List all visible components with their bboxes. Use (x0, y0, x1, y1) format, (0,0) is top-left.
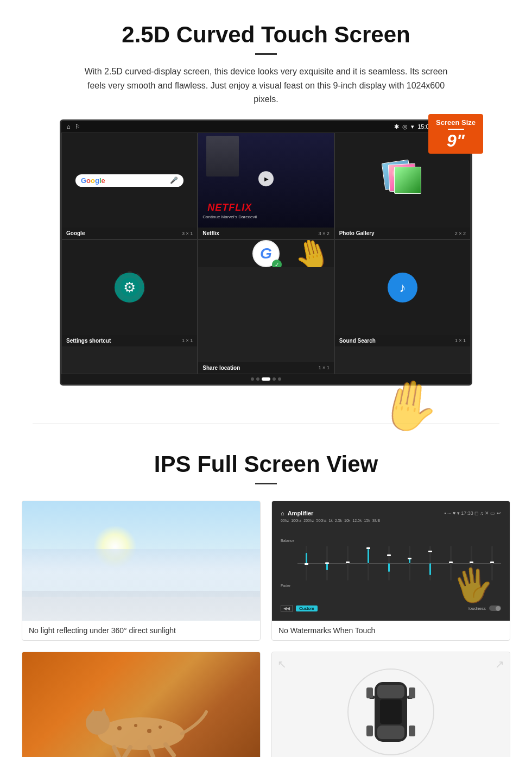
svg-line-9 (114, 747, 119, 757)
gallery-size: 2 × 2 (455, 231, 466, 236)
section1-title: 2.5D Curved Touch Screen (33, 22, 499, 48)
sunlight-image (22, 501, 260, 621)
ips-card-amplifier: ⌂ Amplifier ▪ ··· ♥ ▾ 17:33 ◻ ♫ ✕ ▭ ↩ 60… (271, 501, 510, 641)
device-mockup: Screen Size 9" ⌂ ⚐ ✱ ◎ ▾ 15:06 ◻ ♫ ✕ (60, 119, 472, 386)
title-divider-2 (255, 483, 277, 484)
app-cell-settings[interactable]: ⚙ ⚙ Settings shortcut 1 × 1 (61, 239, 198, 374)
app-cell-google[interactable]: Google 🎤 Google 3 × 1 (61, 133, 198, 240)
share-location-bg: G ✓ 🤚 (198, 240, 333, 267)
amp-title: Amplifier (288, 510, 314, 516)
dot-2 (256, 377, 259, 381)
google-size: 3 × 1 (182, 231, 193, 236)
app-cell-share-location[interactable]: G ✓ 🤚 (198, 239, 334, 374)
sound-search-bg: ♪ (335, 240, 470, 335)
ips-card-car: ↖ ↗ ↙ ↘ Large Viewing Angle (271, 652, 510, 757)
sound-search-label: Sound Search (339, 338, 376, 344)
bluetooth-icon: ✱ (394, 123, 399, 130)
svg-rect-21 (366, 726, 373, 736)
netflix-play-button[interactable] (258, 171, 274, 186)
app-label-settings: Settings shortcut 1 × 1 (62, 335, 197, 346)
ips-card-sunlight: No light reflecting under 360° direct su… (22, 501, 261, 641)
svg-rect-22 (409, 726, 415, 736)
sound-search-icon: ♪ (388, 273, 417, 302)
section2-title: IPS Full Screen View (22, 451, 510, 477)
app-label-google: Google 3 × 1 (62, 228, 197, 239)
svg-point-5 (117, 726, 122, 730)
netflix-subtitle: Continue Marvel's Daredevil (202, 215, 257, 219)
badge-size: 9" (436, 132, 476, 149)
settings-bg: ⚙ ⚙ (62, 240, 197, 335)
dot-1 (251, 377, 254, 381)
car-top-view-svg (366, 677, 415, 747)
amp-fader-label: Fader (281, 584, 294, 588)
svg-point-8 (159, 726, 162, 729)
gallery-label: Photo Gallery (339, 230, 375, 236)
car-circle (347, 668, 434, 755)
gallery-stack (383, 161, 421, 199)
gallery-img-3 (394, 167, 421, 194)
home-icon[interactable]: ⌂ (67, 123, 71, 130)
amp-balance-label: Balance (281, 539, 294, 542)
dot-4 (273, 377, 276, 381)
ips-card-cheetah: Super Fast Response (22, 652, 261, 757)
svg-rect-16 (380, 699, 402, 724)
car-image: ↖ ↗ ↙ ↘ (272, 652, 510, 757)
netflix-bg: NETFLIX Continue Marvel's Daredevil (198, 133, 333, 228)
amplifier-image: ⌂ Amplifier ▪ ··· ♥ ▾ 17:33 ◻ ♫ ✕ ▭ ↩ 60… (272, 501, 510, 621)
device-screen: ⌂ ⚐ ✱ ◎ ▾ 15:06 ◻ ♫ ✕ ▭ (60, 119, 472, 386)
google-logo: Google (81, 176, 105, 185)
google-label: Google (66, 230, 85, 236)
app-label-share-location: Share location 1 × 1 (198, 362, 333, 374)
page-indicator (61, 374, 471, 384)
ips-grid: No light reflecting under 360° direct su… (22, 501, 510, 757)
status-bar-left: ⌂ ⚐ (67, 123, 80, 130)
wifi-icon: ▾ (411, 123, 414, 130)
section-curved: 2.5D Curved Touch Screen With 2.5D curve… (0, 0, 532, 402)
sunlight-label: No light reflecting under 360° direct su… (22, 621, 260, 640)
sound-search-size: 1 × 1 (455, 338, 466, 343)
svg-line-12 (166, 745, 174, 755)
app-label-netflix: Netflix 3 × 2 (198, 228, 333, 239)
badge-divider (448, 129, 464, 130)
music-note-icon: ♪ (399, 280, 406, 295)
app-cell-sound-search[interactable]: ♪ Sound Search 1 × 1 (334, 239, 471, 374)
app-grid-row1: Google 🎤 Google 3 × 1 (61, 133, 471, 240)
google-search-bar[interactable]: Google 🎤 (75, 174, 183, 187)
netflix-size: 3 × 2 (318, 231, 329, 236)
extended-hand: 🤚 (379, 377, 440, 434)
location-icon: ◎ (402, 123, 408, 130)
custom-btn[interactable]: Custom (296, 605, 318, 611)
microphone-icon: 🎤 (170, 176, 178, 184)
badge-label: Screen Size (436, 118, 476, 127)
dot-3-active (262, 377, 270, 381)
amplifier-label: No Watermarks When Touch (272, 621, 510, 640)
cheetah-svg (65, 685, 217, 757)
section-ips: IPS Full Screen View No light reflecting… (0, 446, 532, 757)
dot-5 (278, 377, 281, 381)
netflix-label: Netflix (202, 230, 219, 236)
svg-rect-20 (409, 687, 415, 698)
section1-description: With 2.5D curved-display screen, this de… (76, 65, 456, 106)
svg-rect-19 (366, 687, 373, 698)
share-location-size: 1 × 1 (318, 365, 329, 370)
title-divider (255, 53, 277, 55)
status-bar: ⌂ ⚐ ✱ ◎ ▾ 15:06 ◻ ♫ ✕ ▭ (61, 121, 471, 133)
svg-rect-14 (377, 685, 404, 698)
app-grid-row2: ⚙ ⚙ Settings shortcut 1 × 1 (61, 239, 471, 374)
app-label-gallery: Photo Gallery 2 × 2 (335, 228, 470, 239)
usb-icon: ⚐ (75, 123, 80, 130)
svg-point-7 (147, 729, 151, 733)
svg-point-0 (98, 717, 185, 750)
app-cell-netflix[interactable]: NETFLIX Continue Marvel's Daredevil Netf… (198, 133, 334, 240)
google-bg: Google 🎤 (62, 133, 197, 228)
netflix-logo: NETFLIX (202, 202, 257, 213)
cheetah-image (22, 652, 260, 757)
svg-point-6 (134, 724, 137, 727)
app-label-sound-search: Sound Search 1 × 1 (335, 335, 470, 346)
settings-size: 1 × 1 (182, 338, 193, 343)
loudness-label: loudness (468, 606, 486, 611)
settings-label: Settings shortcut (66, 338, 111, 344)
share-location-label: Share location (202, 365, 240, 371)
svg-rect-15 (377, 726, 404, 739)
section-divider-hr (33, 424, 499, 424)
